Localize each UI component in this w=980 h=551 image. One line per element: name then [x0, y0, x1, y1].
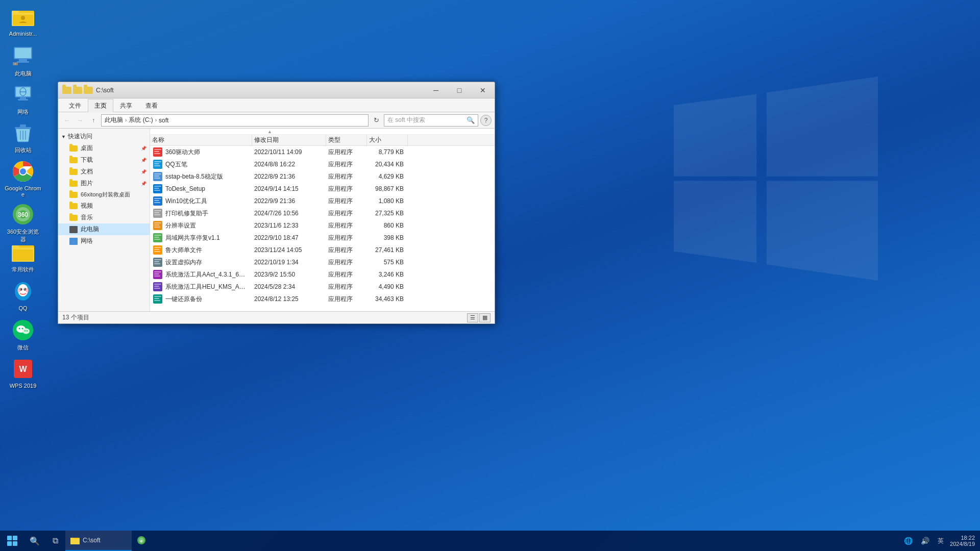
close-button[interactable]: ✕ [471, 82, 495, 98]
up-button[interactable]: ↑ [88, 115, 99, 126]
desktop-icon-common-soft[interactable]: 常用软件 [3, 238, 43, 276]
table-row[interactable]: 360驱动大师 2022/10/11 14:09 应用程序 8,779 KB [150, 146, 495, 158]
svg-text:e: e [140, 539, 143, 543]
sidebar-item-docs[interactable]: 文档 📌 [58, 166, 150, 178]
tray-network-icon[interactable]: 🌐 [902, 537, 915, 545]
desktop-icon-admin[interactable]: Administr... [3, 3, 43, 39]
window-title: C:\soft [96, 87, 114, 94]
svg-rect-91 [154, 271, 161, 272]
col-header-date[interactable]: 修改日期 [252, 135, 326, 145]
desktop-icon-qq[interactable]: QQ [3, 277, 43, 313]
file-cell-date-7: 2022/9/10 18:47 [252, 234, 326, 241]
download-folder-icon [69, 157, 78, 163]
table-row[interactable]: 打印机修复助手 2024/7/26 10:56 应用程序 27,325 KB [150, 207, 495, 219]
sidebar-item-pictures[interactable]: 图片 📌 [58, 178, 150, 189]
table-row[interactable]: Win10优化工具 2022/9/9 21:36 应用程序 1,080 KB [150, 195, 495, 207]
wechat-label: 微信 [17, 344, 29, 352]
svg-rect-104 [70, 539, 80, 544]
refresh-button[interactable]: ↻ [371, 115, 382, 126]
svg-rect-76 [154, 224, 159, 226]
start-button[interactable] [0, 531, 24, 551]
search-icon: 🔍 [467, 116, 475, 124]
desktop-icon-wps[interactable]: W WPS 2019 [3, 355, 43, 391]
quick-access-label: 快速访问 [68, 132, 92, 141]
file-cell-name-0: 360驱动大师 [150, 147, 252, 157]
360browser-icon: 360 [11, 202, 35, 227]
taskbar-search-icon: 🔍 [30, 536, 40, 546]
file-app-icon-10 [153, 270, 162, 279]
search-box[interactable]: 在 soft 中搜索 🔍 [384, 114, 478, 127]
table-row[interactable]: QQ五笔 2024/8/8 16:22 应用程序 20,434 KB [150, 158, 495, 170]
tray-clock[interactable]: 18:22 2024/8/19 [950, 535, 975, 547]
desktop-icon-chrome[interactable]: Google Chrome [3, 157, 43, 199]
col-header-type[interactable]: 类型 [326, 135, 367, 145]
col-header-size[interactable]: 大小 [367, 135, 408, 145]
help-button[interactable]: ? [480, 115, 492, 126]
svg-rect-68 [154, 200, 159, 201]
tab-view[interactable]: 查看 [139, 99, 164, 112]
table-row[interactable]: 局域网共享停复v1.1 2022/9/10 18:47 应用程序 398 KB [150, 232, 495, 244]
file-cell-type-6: 应用程序 [326, 221, 367, 230]
table-row[interactable]: 系统激活工具AAct_4.3.1_64bit 2023/9/2 15:50 应用… [150, 268, 495, 281]
list-view-button[interactable]: ☰ [467, 313, 478, 322]
back-button[interactable]: ← [61, 115, 72, 126]
file-cell-type-12: 应用程序 [326, 295, 367, 304]
tray-volume-icon[interactable]: 🔊 [919, 537, 932, 545]
file-cell-size-11: 4,490 KB [367, 283, 408, 290]
address-path[interactable]: 此电脑 › 系统 (C:) › soft [101, 114, 369, 127]
sort-arrow-up: ▲ [267, 129, 272, 134]
svg-rect-7 [19, 59, 27, 61]
file-app-icon-7 [153, 233, 162, 242]
tray-language-icon[interactable]: 英 [936, 537, 946, 545]
tab-home[interactable]: 主页 [88, 99, 113, 112]
sidebar-item-66xitong[interactable]: 66xitong封装救桌面 [58, 189, 150, 200]
desktop-icon-recycle[interactable]: 回收站 [3, 118, 43, 156]
table-row[interactable]: 系统激活工具HEU_KMS_Activator_v42... 2024/5/28… [150, 281, 495, 293]
tab-file[interactable]: 文件 [62, 99, 88, 112]
file-cell-date-6: 2023/11/6 12:33 [252, 222, 326, 229]
sidebar-item-videos[interactable]: 视频 [58, 200, 150, 212]
svg-point-37 [20, 289, 21, 290]
path-part-drive[interactable]: 系统 (C:) [129, 116, 153, 124]
sidebar-item-this-pc[interactable]: 此电脑 [58, 223, 150, 235]
col-header-name[interactable]: 名称 [150, 135, 252, 145]
minimize-button[interactable]: ─ [424, 82, 448, 98]
forward-button[interactable]: → [75, 115, 86, 126]
address-bar: ← → ↑ 此电脑 › 系统 (C:) › soft ↻ 在 soft 中搜索 … [58, 112, 495, 129]
taskbar-app-explorer[interactable]: C:\soft [65, 531, 132, 551]
svg-point-4 [21, 16, 25, 20]
desktop-icon-network[interactable]: 网络 [3, 80, 43, 118]
sidebar-docs-label: 文档 [81, 167, 93, 176]
wps-icon: W [11, 357, 35, 381]
svg-rect-53 [154, 153, 160, 154]
path-part-computer[interactable]: 此电脑 [105, 116, 123, 124]
file-cell-size-10: 3,246 KB [367, 271, 408, 278]
tab-share[interactable]: 共享 [113, 99, 139, 112]
sidebar-item-desktop[interactable]: 桌面 📌 [58, 142, 150, 154]
grid-view-button[interactable]: ▦ [479, 313, 491, 322]
taskbar-search-button[interactable]: 🔍 [24, 531, 45, 551]
table-row[interactable]: 一键还原备份 2024/8/12 13:25 应用程序 34,463 KB [150, 293, 495, 305]
taskbar-app-ie[interactable]: e [132, 531, 156, 551]
task-view-button[interactable]: ⧉ [45, 531, 65, 551]
table-row[interactable]: 设置虚拟内存 2022/10/19 1:34 应用程序 575 KB [150, 256, 495, 268]
col-date-label: 修改日期 [254, 136, 279, 144]
chrome-label: Google Chrome [5, 185, 41, 197]
file-cell-name-3: ToDesk_Setup [150, 184, 252, 193]
table-row[interactable]: 鲁大师单文件 2023/11/24 14:05 应用程序 27,461 KB [150, 244, 495, 256]
path-part-folder[interactable]: soft [159, 117, 168, 124]
desktop-icon-this-pc[interactable]: 此电脑 [3, 42, 43, 80]
sidebar-quick-access[interactable]: ▼ 快速访问 [58, 131, 150, 142]
sidebar-item-network[interactable]: 网络 [58, 235, 150, 247]
table-row[interactable]: 分辨率设置 2023/11/6 12:33 应用程序 860 KB [150, 219, 495, 232]
table-row[interactable]: sstap-beta-8.5稳定版 2022/8/9 21:36 应用程序 4,… [150, 170, 495, 183]
table-row[interactable]: ToDesk_Setup 2024/9/14 14:15 应用程序 98,867… [150, 183, 495, 195]
common-soft-label: 常用软件 [12, 266, 34, 273]
explorer-window: C:\soft ─ □ ✕ 文件 主页 共享 查看 ← → ↑ 此电脑 › 系统… [58, 82, 495, 324]
file-cell-name-6: 分辨率设置 [150, 221, 252, 230]
svg-point-44 [22, 328, 23, 330]
sidebar-item-download[interactable]: 下载 📌 [58, 154, 150, 166]
sidebar-item-music[interactable]: 音乐 [58, 212, 150, 223]
desktop-icon-wechat[interactable]: 微信 [3, 316, 43, 354]
maximize-button[interactable]: □ [448, 82, 471, 98]
